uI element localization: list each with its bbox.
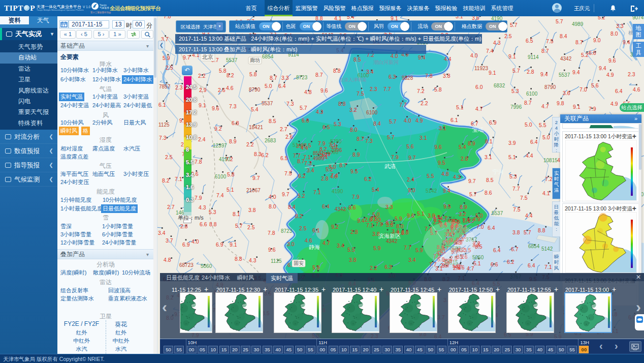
svg-text:9.1: 9.1 [199,102,206,108]
svg-text:9074: 9074 [632,16,644,20]
svg-text:4.0: 4.0 [404,117,411,124]
svg-text:9114: 9114 [528,54,539,60]
svg-text:3.8: 3.8 [349,257,357,263]
svg-text:9.2: 9.2 [214,126,222,132]
svg-text:2.3: 2.3 [175,84,183,90]
svg-text:6832: 6832 [494,83,505,88]
svg-text:3.0: 3.0 [287,241,295,247]
svg-text:9.5: 9.5 [350,168,358,174]
svg-text:9.7: 9.7 [408,155,416,161]
svg-text:8.4: 8.4 [373,120,381,127]
svg-text:8.3: 8.3 [254,151,262,157]
svg-text:8.7: 8.7 [357,136,364,142]
svg-text:4.6: 4.6 [633,86,640,93]
svg-text:6.3: 6.3 [384,264,392,270]
svg-text:6.3: 6.3 [389,74,396,80]
svg-text:8.1: 8.1 [233,211,240,217]
svg-text:9.5: 9.5 [443,203,451,209]
svg-text:9828: 9828 [402,75,413,81]
svg-text:6.6: 6.6 [302,117,309,124]
svg-text:8.2: 8.2 [227,72,234,78]
svg-text:6854: 6854 [262,54,274,59]
svg-text:7.1: 7.1 [366,222,374,228]
svg-text:7.3: 7.3 [286,101,294,107]
svg-text:2.5: 2.5 [299,225,307,231]
svg-text:2.8: 2.8 [321,175,329,182]
svg-text:8.0: 8.0 [350,127,358,133]
svg-text:5.4: 5.4 [251,106,259,112]
svg-text:7.7: 7.7 [383,86,391,92]
svg-text:静海: 静海 [309,244,320,250]
svg-text:1125: 1125 [271,258,282,264]
svg-text:6.1: 6.1 [450,117,458,123]
svg-text:4.3: 4.3 [199,204,206,210]
svg-text:7857: 7857 [159,84,171,89]
svg-text:8.9: 8.9 [468,140,475,146]
svg-text:3.2: 3.2 [459,211,466,217]
svg-text:6.2: 6.2 [298,173,306,179]
svg-text:8.9: 8.9 [229,138,237,144]
svg-text:3.2: 3.2 [320,152,328,158]
svg-text:7.0: 7.0 [476,224,484,230]
svg-text:9.7: 9.7 [183,54,190,60]
svg-text:5.3: 5.3 [509,173,517,179]
svg-text:9.4: 9.4 [572,69,580,75]
svg-text:4989: 4989 [572,21,584,27]
svg-text:5.4: 5.4 [347,16,355,20]
svg-text:3.4: 3.4 [158,230,166,236]
svg-text:2.2: 2.2 [198,73,206,79]
svg-text:4.4: 4.4 [526,153,533,159]
svg-text:7.0: 7.0 [579,86,587,93]
svg-text:8.7: 8.7 [575,39,583,45]
svg-text:4.6: 4.6 [330,173,338,179]
svg-text:3.2: 3.2 [349,107,357,113]
svg-text:5.7: 5.7 [556,18,563,24]
svg-text:9.6: 9.6 [212,105,219,111]
svg-text:8.5: 8.5 [486,177,494,183]
svg-text:5.9: 5.9 [373,245,381,251]
svg-text:6100: 6100 [366,110,378,115]
svg-text:5.9: 5.9 [415,247,423,253]
svg-text:9.6: 9.6 [434,144,442,150]
svg-text:12397: 12397 [213,143,227,148]
svg-text:北京: 北京 [202,54,213,60]
svg-text:9.4: 9.4 [599,65,606,71]
svg-text:6.4: 6.4 [488,225,495,231]
svg-text:8.9: 8.9 [352,152,360,158]
svg-text:5.6: 5.6 [591,82,599,88]
svg-text:5.1: 5.1 [331,143,338,149]
svg-text:8.8: 8.8 [538,227,545,233]
svg-text:4.0: 4.0 [269,194,276,200]
svg-text:3.4: 3.4 [408,257,416,263]
svg-text:5.4: 5.4 [372,187,379,193]
svg-text:5.8: 5.8 [227,171,235,177]
svg-text:8.5: 8.5 [269,118,276,124]
svg-text:7.5: 7.5 [284,170,292,176]
svg-text:4.8: 4.8 [441,171,449,177]
svg-text:5.0: 5.0 [525,122,532,128]
svg-text:武清: 武清 [384,163,396,169]
svg-text:9.7: 9.7 [252,175,260,181]
svg-text:8790: 8790 [544,84,556,90]
svg-text:6.2: 6.2 [364,176,372,182]
svg-text:2.2: 2.2 [421,100,428,106]
svg-text:6.1: 6.1 [158,102,166,108]
svg-text:5.1: 5.1 [456,104,464,110]
svg-text:4.3: 4.3 [316,109,324,115]
svg-text:4.9: 4.9 [606,72,614,78]
svg-text:9.6: 9.6 [407,213,414,219]
svg-text:8.4: 8.4 [288,204,296,210]
svg-text:2.6: 2.6 [285,134,293,140]
svg-text:9.0: 9.0 [408,187,415,193]
svg-text:3.4: 3.4 [337,243,344,249]
svg-text:4.8: 4.8 [164,257,171,263]
svg-text:5.7: 5.7 [300,105,307,111]
svg-text:4.3: 4.3 [453,174,461,180]
svg-text:4190: 4190 [332,189,343,194]
svg-text:8.6: 8.6 [485,190,492,196]
svg-text:8.0: 8.0 [610,31,618,37]
svg-text:5.5: 5.5 [427,173,434,179]
svg-text:8.7: 8.7 [270,75,277,81]
svg-text:6.7: 6.7 [511,246,519,252]
svg-text:5.9: 5.9 [312,264,320,270]
